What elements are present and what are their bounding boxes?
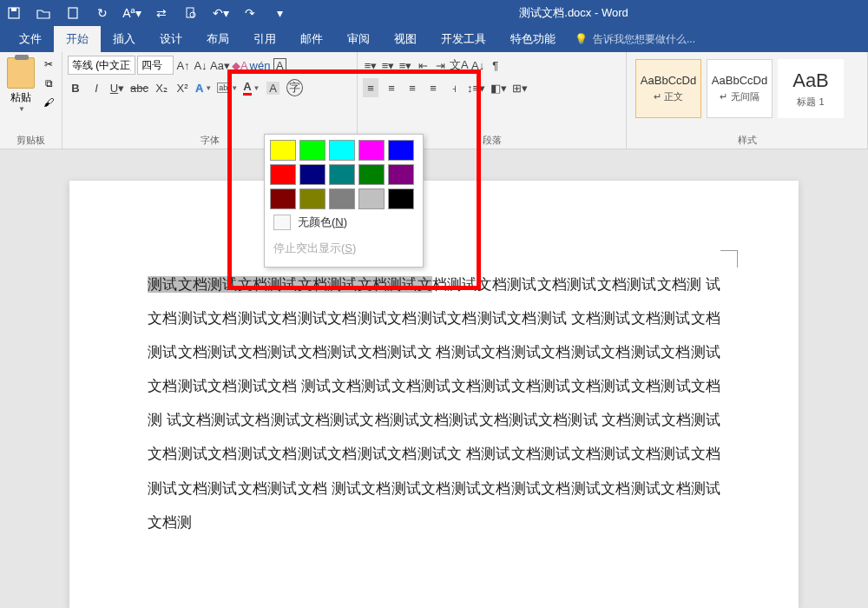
group-label-clipboard: 剪贴板: [5, 132, 56, 147]
toggle-icon[interactable]: ⇄: [155, 6, 168, 20]
color-green[interactable]: [299, 140, 326, 161]
color-magenta[interactable]: [358, 140, 385, 161]
tab-insert[interactable]: 插入: [101, 26, 148, 52]
style-normal[interactable]: AaBbCcDd ↵ 正文: [635, 59, 701, 118]
subscript-button[interactable]: X₂: [154, 78, 169, 97]
tell-me-search[interactable]: 💡 告诉我您想要做什么...: [575, 32, 695, 47]
color-purple[interactable]: [388, 164, 414, 185]
grow-font-button[interactable]: A↑: [175, 56, 191, 75]
align-justify-button[interactable]: ≡: [425, 78, 441, 97]
color-cyan[interactable]: [329, 140, 355, 161]
color-red[interactable]: [270, 164, 296, 185]
font-name-select[interactable]: [68, 56, 135, 75]
shrink-font-button[interactable]: A↓: [193, 56, 208, 75]
tab-devtools[interactable]: 开发工具: [429, 26, 498, 52]
phonetic-button[interactable]: wén: [250, 56, 271, 75]
page[interactable]: 测试文档测试文档测试文档测试文档测试文档测试文档测试文档测试文档测试文档测 试文…: [69, 181, 799, 608]
italic-button[interactable]: I: [89, 78, 104, 97]
char-border-button[interactable]: A: [272, 56, 287, 75]
multilevel-button[interactable]: ≡▾: [398, 56, 413, 75]
paste-button[interactable]: 粘贴 ▼: [5, 56, 36, 115]
font-color-button[interactable]: A▼: [243, 78, 260, 97]
align-left-button[interactable]: ≡: [363, 78, 378, 97]
new-icon[interactable]: [66, 6, 80, 20]
line-spacing-button[interactable]: ↕≡▾: [467, 78, 485, 97]
color-darkgreen[interactable]: [358, 164, 385, 185]
tab-review[interactable]: 审阅: [335, 26, 382, 52]
svg-rect-2: [69, 8, 77, 18]
color-blue[interactable]: [388, 140, 414, 161]
text-run[interactable]: 档测试文档测试文档测试文档测试文档测: [432, 276, 702, 293]
distribute-button[interactable]: ⫞: [446, 78, 462, 97]
format-painter-button[interactable]: 🖌: [40, 94, 57, 111]
char-shading-button[interactable]: A: [266, 78, 281, 97]
color-olive[interactable]: [299, 188, 326, 209]
highlight-button[interactable]: ab▼: [217, 78, 238, 97]
font-size-select[interactable]: [137, 56, 174, 75]
highlight-color-menu: 无颜色(N) 停止突出显示(S): [264, 134, 424, 268]
color-gray[interactable]: [329, 188, 355, 209]
lightbulb-icon: 💡: [575, 33, 588, 45]
text-direction-button[interactable]: 文A: [450, 56, 469, 75]
title-bar: ↻ Aª▾ ⇄ ↶▾ ↷ ▾ 测试文档.docx - Word: [0, 0, 868, 26]
enclose-char-button[interactable]: 字: [286, 78, 303, 97]
show-marks-button[interactable]: ¶: [488, 56, 503, 75]
bullets-button[interactable]: ≡▾: [363, 56, 378, 75]
style-nospacing[interactable]: AaBbCcDd ↵ 无间隔: [707, 59, 773, 118]
numbering-button[interactable]: ≡▾: [380, 56, 396, 75]
indent-left-button[interactable]: ⇤: [415, 56, 431, 75]
style-gallery: AaBbCcDd ↵ 正文 AaBbCcDd ↵ 无间隔 AaB 标题 1: [632, 56, 862, 122]
chevron-down-icon: ▼: [18, 105, 25, 113]
tab-special[interactable]: 特色功能: [498, 26, 568, 52]
text-effects-button[interactable]: A▼: [195, 78, 212, 97]
color-teal[interactable]: [329, 164, 355, 185]
indent-right-button[interactable]: ⇥: [432, 56, 448, 75]
no-color-option[interactable]: 无颜色(N): [270, 209, 418, 235]
ribbon-tabs: 文件 开始 插入 设计 布局 引用 邮件 审阅 视图 开发工具 特色功能 💡 告…: [0, 26, 868, 52]
tab-design[interactable]: 设计: [148, 26, 194, 52]
format-icon[interactable]: Aª▾: [125, 6, 139, 20]
color-navy[interactable]: [299, 164, 326, 185]
underline-button[interactable]: U▾: [109, 78, 125, 97]
bold-button[interactable]: B: [68, 78, 83, 97]
tab-view[interactable]: 视图: [382, 26, 429, 52]
document-area: 测试文档测试文档测试文档测试文档测试文档测试文档测试文档测试文档测试文档测 试文…: [0, 149, 868, 608]
group-styles: AaBbCcDd ↵ 正文 AaBbCcDd ↵ 无间隔 AaB 标题 1 样式: [627, 52, 868, 149]
qat-more-icon[interactable]: ▾: [273, 6, 286, 20]
strike-button[interactable]: abc: [130, 78, 148, 97]
ribbon: 粘贴 ▼ ✂ ⧉ 🖌 剪贴板 A↑ A↓ Aa▾ ◆A wén A: [0, 52, 868, 149]
color-black[interactable]: [388, 188, 414, 209]
tab-home[interactable]: 开始: [54, 26, 101, 52]
color-maroon[interactable]: [270, 188, 296, 209]
copy-button[interactable]: ⧉: [40, 75, 57, 92]
selected-text[interactable]: 测试文档测试文档测试文档测试文档测试文: [148, 276, 432, 293]
color-yellow[interactable]: [270, 140, 296, 161]
text-run[interactable]: 试文档测试文档测试文档测试文档测试文档测试文档测试文档测试: [167, 412, 598, 428]
group-clipboard: 粘贴 ▼ ✂ ⧉ 🖌 剪贴板: [0, 52, 62, 149]
align-center-button[interactable]: ≡: [384, 78, 399, 97]
clipboard-icon: [7, 57, 35, 89]
sort-button[interactable]: A↓: [470, 56, 486, 75]
clear-format-button[interactable]: ◆A: [232, 56, 248, 75]
borders-button[interactable]: ⊞▾: [512, 78, 528, 97]
color-grid: [270, 140, 418, 209]
document-text[interactable]: 测试文档测试文档测试文档测试文档测试文档测试文档测试文档测试文档测试文档测 试文…: [148, 268, 720, 539]
change-case-button[interactable]: Aa▾: [210, 56, 230, 75]
preview-icon[interactable]: [184, 6, 198, 20]
tell-me-placeholder: 告诉我您想要做什么...: [593, 32, 695, 47]
shading-button[interactable]: ◧▾: [490, 78, 507, 97]
superscript-button[interactable]: X²: [174, 78, 190, 97]
tab-layout[interactable]: 布局: [194, 26, 241, 52]
tab-mail[interactable]: 邮件: [288, 26, 335, 52]
color-silver[interactable]: [358, 188, 385, 209]
style-heading1[interactable]: AaB 标题 1: [778, 59, 844, 118]
open-icon[interactable]: [36, 6, 50, 20]
refresh-icon[interactable]: ↻: [95, 6, 109, 20]
redo-icon[interactable]: ↷: [243, 6, 257, 20]
align-right-button[interactable]: ≡: [404, 78, 420, 97]
undo-icon[interactable]: ↶▾: [214, 6, 227, 20]
cut-button[interactable]: ✂: [40, 56, 57, 73]
tab-file[interactable]: 文件: [7, 26, 54, 52]
save-icon[interactable]: [7, 6, 21, 20]
tab-references[interactable]: 引用: [241, 26, 288, 52]
